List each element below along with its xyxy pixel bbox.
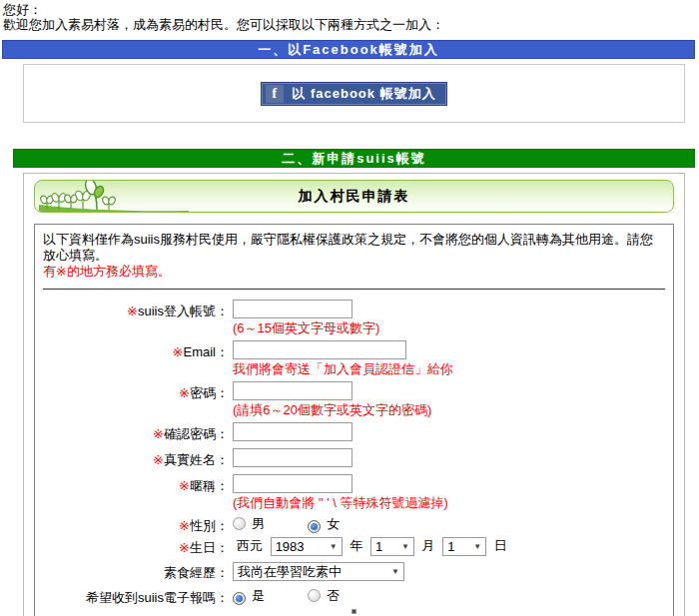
facebook-login-label: 以 facebook 帳號加入 [292,85,435,103]
newsletter-label: 希望收到suiis電子報嗎： [43,587,229,607]
confirm-password-input[interactable] [233,422,352,441]
birth-month-select[interactable]: 1▼ [370,537,414,556]
facebook-login-button[interactable]: f 以 facebook 帳號加入 [261,82,446,106]
form-row-real-name: ※真實姓名： [43,448,665,469]
password-note: (請填6～20個數字或英文字的密碼) [233,402,431,417]
required-mark: ※ [153,426,164,441]
facebook-section-bar: 一、以Facebook帳號加入 [2,40,695,59]
nickname-note: (我們自動會將 " ' \ 等特殊符號過濾掉) [233,495,448,510]
gender-label: ※性別： [43,515,229,535]
required-note: 有※的地方務必填寫。 [43,264,665,280]
facebook-f-icon: f [266,85,284,103]
form-row-username: ※suiis登入帳號： (6～15個英文字母或數字) [43,300,665,338]
required-mark: ※ [153,452,164,467]
newsletter-radio-yes[interactable] [233,592,246,605]
password-label: ※密碼： [43,381,229,402]
username-note: (6～15個英文字母或數字) [233,320,379,335]
newsletter-option-no-label: 否 [327,588,340,603]
page-bottom-marker [351,609,356,614]
newsletter-radio-no[interactable] [308,589,321,602]
gender-option-female-label: 女 [327,516,340,531]
sprout-plants-icon [39,180,189,212]
birthday-era-label: 西元 [237,538,263,553]
gender-radio-female[interactable] [308,520,321,533]
newsletter-option-yes-label: 是 [252,588,265,603]
suiis-section-bar: 二、新申請suiis帳號 [13,149,695,168]
intro-text: 歡迎您加入素易村落，成為素易的村民。您可以採取以下兩種方式之一加入： [0,17,699,32]
gender-radio-male[interactable] [233,517,246,530]
dropdown-arrow-icon: ▼ [330,542,338,551]
required-mark: ※ [173,344,184,359]
divider [43,289,665,290]
nickname-label: ※暱稱： [43,474,229,495]
birthday-month-unit: 月 [422,538,435,553]
username-input[interactable] [233,300,352,318]
required-mark: ※ [179,518,190,533]
form-header: 加入村民申請表 [34,180,674,213]
facebook-section-panel: f 以 facebook 帳號加入 [23,64,685,123]
required-mark: ※ [179,385,190,400]
form-title: 加入村民申請表 [299,188,410,206]
form-row-email: ※Email： 我們將會寄送「加入會員認證信」給你 [43,340,665,379]
form-row-nickname: ※暱稱： (我們自動會將 " ' \ 等特殊符號過濾掉) [43,474,665,513]
real-name-label: ※真實姓名： [43,448,229,469]
nickname-input[interactable] [233,474,352,493]
gender-option-male-label: 男 [252,516,265,531]
confirm-password-label: ※確認密碼： [43,422,229,443]
email-label: ※Email： [43,340,229,361]
required-mark: ※ [179,478,190,493]
privacy-note: 以下資料僅作為suiis服務村民使用，嚴守隱私權保護政策之規定，不會將您的個人資… [43,232,665,264]
veg-experience-select[interactable]: 我尚在學習吃素中▼ [233,562,404,581]
username-label: ※suiis登入帳號： [43,300,229,320]
password-input[interactable] [233,381,352,400]
signup-page: 您好： 歡迎您加入素易村落，成為素易的村民。您可以採取以下兩種方式之一加入： 一… [0,0,699,616]
form-row-newsletter: 希望收到suiis電子報嗎： 是 否 [43,587,665,607]
birthday-label: ※生日： [43,537,229,557]
form-row-confirm-password: ※確認密碼： [43,422,665,443]
veg-experience-label: 素食經歷： [43,562,229,582]
dropdown-arrow-icon: ▼ [391,567,399,576]
email-note: 我們將會寄送「加入會員認證信」給你 [233,361,453,376]
real-name-input[interactable] [233,448,352,467]
signup-form-panel: 加入村民申請表 以下資料僅作為suiis服務村民使用，嚴守隱私權保護政策之規定，… [23,173,685,616]
birth-year-select[interactable]: 1983▼ [271,537,343,556]
form-row-gender: ※性別： 男 女 [43,515,665,535]
form-body: 以下資料僅作為suiis服務村民使用，嚴守隱私權保護政策之規定，不會將您的個人資… [34,224,674,616]
birthday-day-unit: 日 [494,538,507,553]
dropdown-arrow-icon: ▼ [401,542,409,551]
dropdown-arrow-icon: ▼ [473,542,481,551]
form-row-password: ※密碼： (請填6～20個數字或英文字的密碼) [43,381,665,420]
birthday-year-unit: 年 [350,538,362,553]
email-input[interactable] [233,340,406,359]
form-row-birthday: ※生日： 西元 1983▼ 年 1▼ 月 1▼ 日 [43,537,665,557]
required-mark: ※ [179,540,190,555]
form-row-veg-experience: 素食經歷： 我尚在學習吃素中▼ [43,562,665,582]
required-mark: ※ [127,304,138,318]
birth-day-select[interactable]: 1▼ [442,537,486,556]
greeting-text: 您好： [0,0,699,17]
